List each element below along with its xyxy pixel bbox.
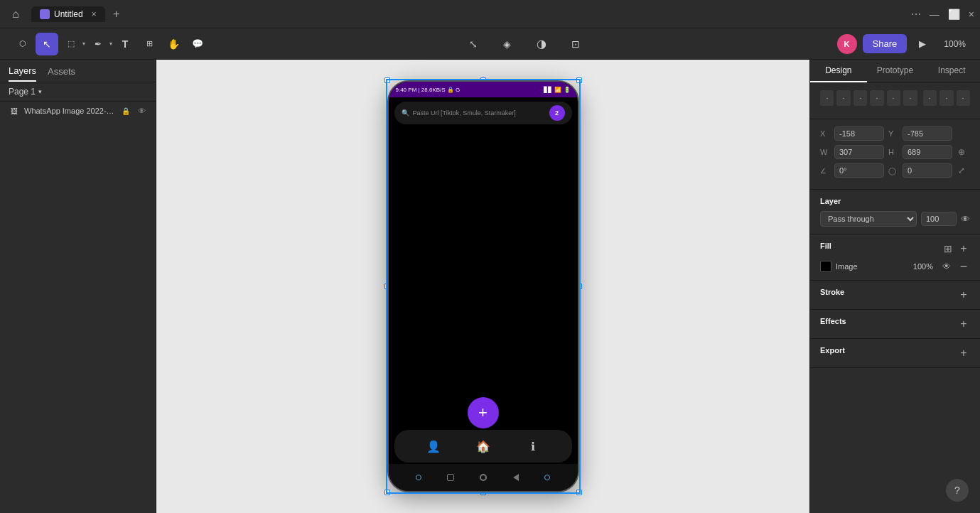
angle-label: ∠ — [820, 167, 830, 175]
title-bar: ⌂ Untitled × + ⋯ — ⬜ × — [0, 0, 980, 28]
zoom-selector[interactable]: 100% — [938, 36, 971, 52]
assets-tab[interactable]: Assets — [48, 66, 75, 81]
x-input[interactable] — [834, 126, 884, 141]
layer-lock-icon[interactable]: 🔒 — [120, 105, 131, 117]
constraint-icon[interactable]: ⊕ — [958, 147, 965, 157]
fill-swatch[interactable] — [820, 261, 831, 272]
home-button[interactable]: ⌂ — [6, 4, 26, 24]
layer-item[interactable]: 🖼 WhatsApp Image 2022-07-... 🔒 👁 — [0, 102, 156, 120]
move-tool-button[interactable]: ⬡ — [11, 33, 34, 55]
resize-icon-button[interactable]: ⤡ — [462, 33, 485, 55]
frame-tool-button[interactable]: ⬚ — [60, 33, 82, 55]
share-button[interactable]: Share — [863, 34, 908, 53]
fab-button[interactable]: + — [468, 397, 499, 428]
w-input[interactable] — [834, 145, 884, 159]
h-input[interactable] — [903, 145, 952, 159]
align-top-btn[interactable]: ⬝ — [870, 90, 883, 106]
canvas-area[interactable]: 9:40 PM | 28.6KB/S 🔒 G ▊▊ 📶 🔋 🔍 Paste Ur… — [156, 60, 809, 513]
fill-grid-btn[interactable]: ⊞ — [942, 242, 954, 255]
phone-status-bar: 9:40 PM | 28.6KB/S 🔒 G ▊▊ 📶 🔋 — [389, 82, 578, 97]
align-center-h-btn[interactable]: ⬝ — [836, 90, 850, 106]
nav-home-icon[interactable]: 🏠 — [475, 438, 492, 455]
battery-icon: 🔋 — [564, 87, 571, 93]
align-center-v-btn[interactable]: ⬝ — [887, 90, 900, 106]
align-left-btn[interactable]: ⬝ — [820, 90, 834, 106]
layer-eye-btn[interactable]: 👁 — [961, 214, 970, 225]
pen-tool-button[interactable]: ✒ — [87, 33, 109, 55]
tool-group-main: ⬡ ↖ ⬚ ▾ ✒ ▾ T ⊞ ✋ 💬 — [9, 33, 212, 55]
right-panel-tabs: Design Prototype Inspect — [810, 60, 980, 83]
stroke-section-header: Stroke + — [820, 288, 970, 302]
design-tab[interactable]: Design — [810, 60, 867, 82]
crop-icon-button[interactable]: ⊡ — [564, 33, 587, 55]
nav-info-icon[interactable]: ℹ — [524, 438, 542, 455]
close-button[interactable]: × — [969, 9, 974, 20]
main-toolbar: ⬡ ↖ ⬚ ▾ ✒ ▾ T ⊞ ✋ 💬 ⤡ ◈ ◑ ⊡ K Share ▶ 10… — [0, 28, 980, 60]
component-tool-button[interactable]: ⊞ — [138, 33, 161, 55]
tab-untitled[interactable]: Untitled × — [31, 6, 105, 22]
contrast-icon-button[interactable]: ◑ — [530, 33, 553, 55]
effects-section: Effects + — [810, 310, 980, 339]
layer-section-title: Layer — [820, 197, 970, 205]
text-tool-button[interactable]: T — [114, 33, 136, 55]
play-button[interactable]: ▶ — [912, 34, 932, 54]
y-label: Y — [888, 129, 898, 138]
align-right-btn[interactable]: ⬝ — [854, 90, 867, 106]
opacity-input[interactable] — [921, 212, 957, 226]
blend-mode-select[interactable]: Pass through — [820, 211, 917, 227]
left-panel: Layers Assets Page 1 ▾ 🖼 WhatsApp Image … — [0, 60, 156, 513]
main-layout: Layers Assets Page 1 ▾ 🖼 WhatsApp Image … — [0, 60, 980, 513]
page-selector[interactable]: Page 1 ▾ — [0, 82, 156, 102]
pen-tool-arrow: ▾ — [109, 40, 112, 47]
tab-close-icon[interactable]: × — [92, 9, 97, 19]
tab-title: Untitled — [54, 9, 83, 19]
restore-button[interactable]: ⬜ — [948, 9, 960, 20]
nav-profile-icon[interactable]: 👤 — [425, 438, 442, 455]
hand-tool-button[interactable]: ✋ — [162, 33, 185, 55]
phone-nav-bar: 👤 🏠 ℹ — [394, 430, 572, 463]
fill-eye-btn[interactable]: 👁 — [940, 260, 953, 273]
angle-input[interactable] — [834, 163, 884, 178]
corner-input[interactable] — [903, 163, 952, 178]
wh-row: W H ⊕ — [820, 145, 970, 159]
y-input[interactable] — [903, 126, 952, 141]
stroke-section-title: Stroke — [820, 288, 844, 296]
fill-add-btn[interactable]: + — [957, 242, 970, 255]
export-section: Export + — [810, 339, 980, 368]
fill-type-label: Image — [836, 262, 909, 271]
page-dropdown-icon[interactable]: ▾ — [38, 88, 42, 95]
distribute-v-btn[interactable]: ⬝ — [939, 90, 953, 106]
x-label: X — [820, 129, 830, 138]
tidy-up-btn[interactable]: ⬝ — [957, 90, 970, 106]
fill-remove-btn[interactable]: − — [957, 260, 970, 273]
component-icon-button[interactable]: ◈ — [496, 33, 519, 55]
frame-tool-group[interactable]: ⬚ ▾ — [60, 33, 85, 55]
page-name: Page 1 — [9, 87, 36, 97]
layer-item-label: WhatsApp Image 2022-07-... — [24, 107, 116, 115]
layers-tab[interactable]: Layers — [9, 65, 36, 82]
phone-content-area — [389, 129, 578, 406]
layer-eye-icon[interactable]: 👁 — [136, 105, 147, 117]
tab-area: Untitled × + — [31, 6, 125, 23]
tab-add-button[interactable]: + — [108, 6, 125, 23]
selection-handle-tr — [576, 77, 582, 83]
prototype-tab[interactable]: Prototype — [867, 60, 924, 82]
comment-tool-button[interactable]: 💬 — [186, 33, 209, 55]
search-badge: 2 — [549, 105, 565, 121]
bottom-back-icon — [513, 474, 519, 481]
minimize-button[interactable]: — — [930, 9, 939, 20]
scale-icon[interactable]: ⤢ — [958, 166, 965, 176]
select-tool-button[interactable]: ↖ — [36, 33, 58, 55]
stroke-add-btn[interactable]: + — [957, 288, 970, 301]
overflow-menu-button[interactable]: ⋯ — [911, 9, 921, 20]
layer-section: Layer Pass through 👁 — [810, 190, 980, 234]
distribute-h-btn[interactable]: ⬝ — [923, 90, 937, 106]
inspect-tab[interactable]: Inspect — [923, 60, 980, 82]
phone-search-bar[interactable]: 🔍 Paste Url [Tiktok, Smule, Starmaker] 2 — [394, 102, 572, 124]
help-button[interactable]: ? — [946, 479, 969, 502]
export-add-btn[interactable]: + — [957, 347, 970, 360]
align-bottom-btn[interactable]: ⬝ — [903, 90, 917, 106]
effects-add-btn[interactable]: + — [957, 318, 970, 330]
phone-status-icons: ▊▊ 📶 🔋 — [544, 87, 571, 93]
pen-tool-group[interactable]: ✒ ▾ — [87, 33, 112, 55]
